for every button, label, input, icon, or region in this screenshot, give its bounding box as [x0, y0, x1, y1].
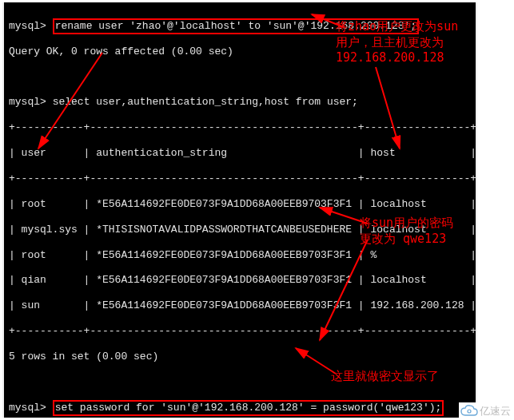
annotation-note-3: 这里就做密文显示了 [331, 369, 439, 385]
boxed-command-setpw: set password for 'sun'@'192.168.200.128'… [53, 400, 444, 416]
mysql-prompt: mysql> [9, 20, 46, 32]
table-divider: +-----------+---------------------------… [9, 325, 476, 338]
annotation-note-1: 将zhao用户更改为sun 用户，且主机更改为 192.168.200.128 [336, 19, 458, 66]
table-row: | root | *E56A114692FE0DE073F9A1DD68A00E… [9, 249, 476, 262]
mysql-prompt: mysql> [9, 96, 46, 108]
annotation-note-2: 将sun用户的密码 更改为 qwe123 [360, 216, 453, 247]
cloud-icon [460, 404, 478, 418]
watermark: 亿速云 [459, 402, 514, 420]
svg-point-6 [468, 410, 471, 413]
cmd-select1: select user,authentication_string,host f… [53, 96, 358, 108]
table-divider: +-----------+---------------------------… [9, 121, 476, 134]
cmd-setpw-text: set password for 'sun'@'192.168.200.128'… [55, 402, 442, 414]
table-header: | user | authentication_string | host | [9, 147, 476, 160]
table-divider: +-----------+---------------------------… [9, 172, 476, 185]
table-row: | root | *E56A114692FE0DE073F9A1DD68A00E… [9, 198, 476, 211]
table-row: | qian | *E56A114692FE0DE073F9A1DD68A00E… [9, 274, 476, 287]
table-row: | sun | *E56A114692FE0DE073F9A1DD68A00EE… [9, 299, 476, 312]
watermark-text: 亿速云 [480, 404, 511, 418]
mysql-prompt: mysql> [9, 402, 46, 414]
rows-in-set: 5 rows in set (0.00 sec) [9, 351, 476, 363]
